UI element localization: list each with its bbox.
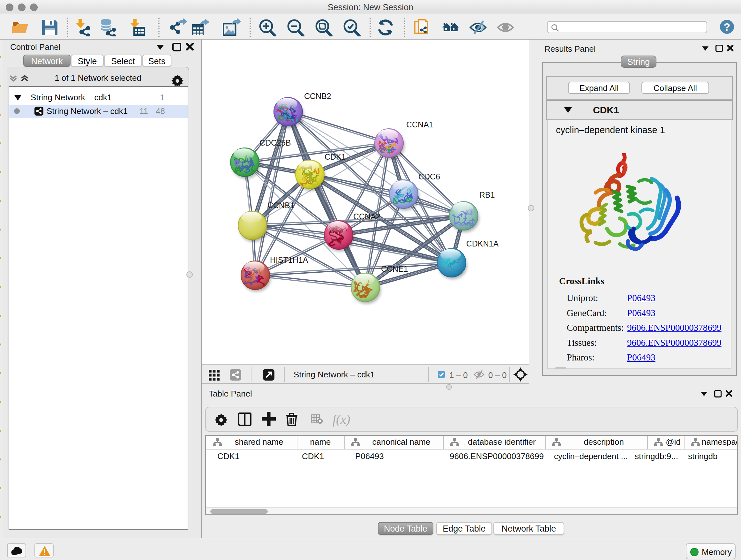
svg-text:CCNB1: CCNB1 (267, 201, 294, 210)
svg-text:CDK1: CDK1 (325, 152, 346, 161)
svg-text:CDC25B: CDC25B (259, 138, 291, 147)
svg-text:CCNA2: CCNA2 (353, 212, 381, 221)
svg-text:CCNA1: CCNA1 (406, 120, 433, 129)
svg-text:HIST1H1A: HIST1H1A (270, 255, 308, 264)
svg-text:CCNB2: CCNB2 (304, 91, 331, 101)
svg-text:CCNE1: CCNE1 (381, 264, 408, 273)
svg-text:?: ? (724, 21, 731, 33)
svg-text:RB1: RB1 (479, 190, 495, 199)
svg-text:CDC6: CDC6 (418, 172, 440, 181)
svg-text:CDKN1A: CDKN1A (466, 239, 499, 248)
